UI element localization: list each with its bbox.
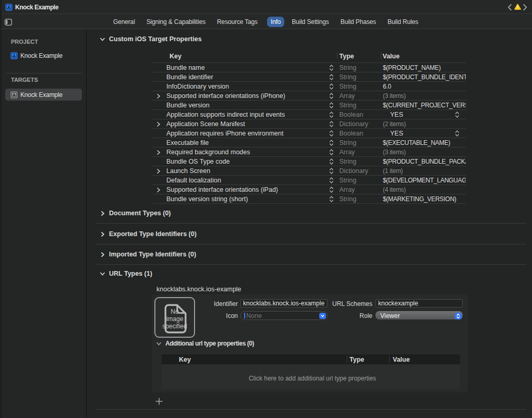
property-row[interactable]: Supported interface orientations (iPhone… <box>152 91 466 100</box>
tab-signing-capabilities[interactable]: Signing & Capabilities <box>147 17 205 27</box>
property-row[interactable]: Launch ScreenDictionary(1 item) <box>152 166 466 175</box>
column-divider <box>337 52 337 59</box>
property-type: String <box>340 63 357 72</box>
property-row[interactable]: Default localizationString$(DEVELOPMENT_… <box>152 175 466 185</box>
additional-props-header[interactable]: Additional url type properties (0) <box>156 340 254 347</box>
section-exported-type-identifiers[interactable]: Exported Type Identifiers (0) <box>100 230 197 238</box>
property-type: String <box>340 72 357 82</box>
property-value[interactable]: (1 item) <box>383 166 466 176</box>
popup-value-text: Viewer <box>380 312 400 319</box>
targets-section-heading: TARGETS <box>11 77 38 83</box>
no-image-label: Noimagespecified <box>155 308 194 330</box>
section-divider <box>96 264 526 265</box>
property-row[interactable]: Bundle nameString$(PRODUCT_NAME) <box>152 63 466 72</box>
text-caret <box>244 313 245 318</box>
property-row[interactable]: Supported interface orientations (iPad)A… <box>152 185 466 194</box>
property-type: Dictionary <box>340 119 369 129</box>
combo-value-text: None <box>246 312 262 319</box>
property-value[interactable]: $(PRODUCT_NAME) <box>383 63 466 72</box>
value-stepper-icon[interactable] <box>455 111 460 119</box>
tab-general[interactable]: General <box>113 17 135 27</box>
property-row[interactable]: Required background modesArray(3 items) <box>152 147 466 156</box>
property-key: Application supports indirect input even… <box>166 110 285 119</box>
property-value[interactable]: (2 items) <box>383 119 466 129</box>
property-key: Executable file <box>166 138 209 147</box>
tab-build-phases[interactable]: Build Phases <box>341 17 376 27</box>
back-chevron-icon[interactable] <box>507 4 512 11</box>
sidebar-item-label: Knock Example <box>20 91 63 99</box>
title-bar: Knock Example <box>0 0 532 14</box>
sidebar-item-target[interactable]: Knock Example <box>5 89 82 101</box>
section-title: Document Types (0) <box>109 210 171 217</box>
property-value[interactable]: $(PRODUCT_BUNDLE_IDENTIFIER) <box>383 72 466 82</box>
window-title: Knock Example <box>15 4 58 11</box>
section-url-types[interactable]: URL Types (1) <box>100 270 152 277</box>
custom-properties-table: Key Type Value Bundle nameString$(PRODUC… <box>152 52 466 203</box>
property-row[interactable]: Bundle version string (short)String$(MAR… <box>152 194 466 203</box>
role-popup-button[interactable]: Viewer <box>376 311 463 319</box>
sidebar-toggle-icon[interactable] <box>5 19 12 26</box>
property-row[interactable]: Bundle OS Type codeString$(PRODUCT_BUNDL… <box>152 156 466 166</box>
popup-stepper-button <box>455 313 462 319</box>
tab-resource-tags[interactable]: Resource Tags <box>217 17 258 27</box>
table-bottom-border <box>152 203 466 204</box>
tab-info[interactable]: Info <box>267 17 284 27</box>
warning-triangle-icon[interactable] <box>514 4 521 10</box>
section-document-types[interactable]: Document Types (0) <box>100 210 171 217</box>
custom-props-header[interactable]: Custom iOS Target Properties <box>100 35 202 43</box>
section-divider <box>96 244 526 244</box>
field-value-text: knockexample <box>378 300 418 307</box>
property-value[interactable]: $(CURRENT_PROJECT_VERSION) <box>383 101 466 110</box>
property-value[interactable]: 6.0 <box>383 82 466 91</box>
property-key: Bundle OS Type code <box>166 157 229 166</box>
property-value[interactable]: YES <box>390 129 466 138</box>
property-value[interactable]: (4 items) <box>383 185 466 194</box>
property-type: String <box>340 176 357 185</box>
property-row[interactable]: InfoDictionary versionString6.0 <box>152 81 466 91</box>
property-row[interactable]: Bundle identifierString$(PRODUCT_BUNDLE_… <box>152 72 466 81</box>
property-value[interactable]: $(PRODUCT_BUNDLE_PACKAGE_TYPE) <box>383 157 466 166</box>
sidebar-item-project[interactable]: Knock Example <box>5 50 82 62</box>
property-value[interactable]: (3 items) <box>383 147 466 157</box>
value-stepper-icon[interactable] <box>455 130 460 138</box>
identifier-label: Identifier <box>204 300 238 308</box>
property-key: Application Scene Manifest <box>166 119 245 129</box>
column-header-type: Type <box>349 354 364 364</box>
add-url-type-button[interactable] <box>155 398 163 405</box>
property-row[interactable]: Application supports indirect input even… <box>152 109 466 119</box>
property-row[interactable]: Application Scene ManifestDictionary(2 i… <box>152 119 466 128</box>
property-type: Dictionary <box>340 166 369 176</box>
xcode-window: Knock Example GeneralSigning & Capabilit… <box>0 0 532 418</box>
forward-chevron-icon[interactable] <box>523 4 527 11</box>
empty-placeholder-text: Click here to add additional url type pr… <box>249 375 376 382</box>
property-key: Supported interface orientations (iPhone… <box>166 91 285 101</box>
section-divider <box>96 223 526 224</box>
chevron-right-icon <box>100 252 105 257</box>
property-row[interactable]: Application requires iPhone environmentB… <box>152 128 466 138</box>
project-navigator-sidebar: PROJECT Knock Example TARGETS Knock Exam… <box>2 29 87 418</box>
property-value[interactable]: YES <box>390 110 466 119</box>
section-title: Additional url type properties (0) <box>165 340 254 347</box>
additional-table-empty-area[interactable]: Click here to add additional url type pr… <box>162 364 460 389</box>
url-type-image-well[interactable]: Noimagespecified <box>154 297 195 338</box>
tab-build-settings[interactable]: Build Settings <box>292 17 329 27</box>
property-key: Supported interface orientations (iPad) <box>166 185 278 194</box>
property-row[interactable]: Bundle versionString$(CURRENT_PROJECT_VE… <box>152 100 466 109</box>
column-header-key: Key <box>170 52 182 60</box>
url-type-name: knocklabs.knock.ios-example <box>156 286 241 293</box>
property-value[interactable]: $(EXECUTABLE_NAME) <box>383 138 466 147</box>
property-value[interactable]: $(MARKETING_VERSION) <box>383 194 466 204</box>
property-key: Bundle version <box>166 101 210 110</box>
sidebar-divider <box>6 73 82 73</box>
section-imported-type-identifiers[interactable]: Imported Type Identifiers (0) <box>100 251 196 258</box>
section-title: Custom iOS Target Properties <box>109 35 202 43</box>
property-type: String <box>340 194 357 204</box>
property-type: String <box>340 157 357 166</box>
property-row[interactable]: Executable fileString$(EXECUTABLE_NAME) <box>152 138 466 147</box>
property-value[interactable]: $(DEVELOPMENT_LANGUAGE) <box>383 176 466 185</box>
property-type: Boolean <box>340 110 364 119</box>
url-schemes-field[interactable]: knockexample <box>376 299 463 308</box>
tab-build-rules[interactable]: Build Rules <box>388 17 418 27</box>
property-value[interactable]: (3 items) <box>383 91 466 101</box>
property-key: Bundle name <box>166 63 205 72</box>
